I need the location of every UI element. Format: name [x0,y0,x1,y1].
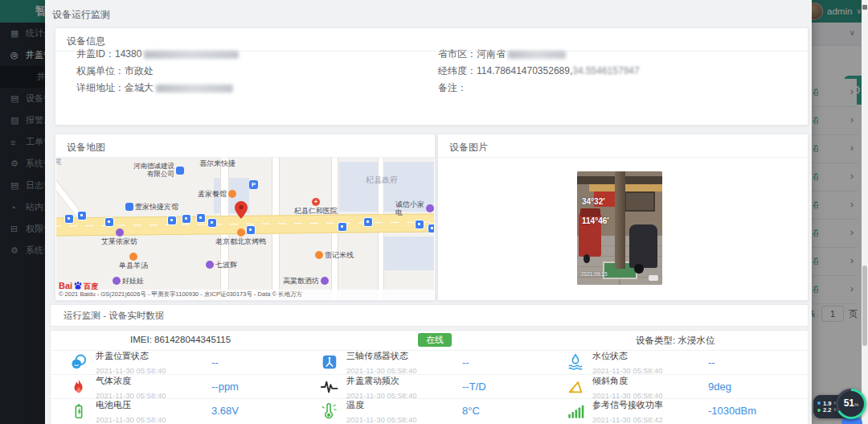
info-field: 经纬度：114.78641470352689,34.5546157947 [438,63,640,80]
photo-door [624,191,655,212]
map-building-block [384,237,434,270]
usage-percent-value: 51 [844,398,854,408]
download-speed-value: 2.2 [823,407,831,414]
metric-vibration: 井盖震动频次2021-11-30 05:58:40 --T/D [311,374,560,398]
device-photo-title: 设备图片 [449,141,488,154]
metric-name: 温度 [346,400,364,410]
field-label: 权属单位： [76,65,125,76]
download-dot-icon [817,409,821,412]
field-value: 河南省 [477,48,506,60]
upload-speed-value: 1.9 [823,401,831,407]
poi-label: 单县羊汤 [119,261,148,270]
map-poi: 喜尔来快捷 [199,159,235,167]
metric-value: --T/D [462,381,534,393]
device-photo[interactable]: 34°32′ 114°46′ 2021.09.15 [577,171,662,285]
map-poi: 好娃娃 [113,277,144,285]
device-photo-card: 设备图片 34°32′ 114°46′ 2021.09.15 [437,134,809,301]
usage-percent-unit: % [854,402,858,407]
screen: 智 admin ∨ ▦ 统计分析 ◎ 井盖管理 井盖 ▤ [0,0,868,424]
poi-label: 高粱散酒坊 [283,277,319,285]
poi-label: 好娃娃 [122,277,144,285]
photo-camera-logo [649,275,658,281]
scrollbar-thumb[interactable] [862,266,867,346]
poi-label: 尾 [56,158,62,166]
map-canvas[interactable]: 尾 河南德诚建设 有限公司 喜尔来快捷 [56,158,434,299]
field-label: 详细地址： [76,82,125,93]
map-poi: 单县羊汤 [119,253,148,270]
map-poi: 杞县政府 [366,175,398,185]
metric-time: 2021-11-30 05:58:40 [96,415,166,424]
metrics-grid: 井盖位置状态2021-11-30 05:58:40 -- 三轴传感器状态2021… [51,350,808,422]
field-value: 金城大 [125,82,154,93]
poi-label: 艾莱依家纺 [101,237,137,245]
device-map-title: 设备地图 [67,141,105,154]
bus-stop-marker [104,217,114,227]
signal-bars-icon [567,402,584,420]
map-poi: + 杞县仁和医院 [294,198,338,215]
photo-sign [589,184,662,191]
divider [438,157,808,158]
temperature-icon [321,402,338,420]
dialog-title: 设备运行监测 [52,8,110,22]
poi-marker-icon [426,204,434,212]
map-poi: P [249,180,260,189]
metric-value: -- [462,356,534,368]
metric-value: 9deg [708,381,780,393]
map-poi: 七波辉 [206,261,237,269]
tilt-angle-icon [567,378,584,396]
bus-stop-marker [207,218,217,228]
status-badge: 在线 [418,333,452,347]
map-poi: 雷记米线 [315,251,354,259]
metric-name: 井盖震动频次 [346,376,399,385]
scrollbar-arrow[interactable] [862,5,867,10]
metric-name: 电池电压 [96,400,131,410]
metric-value: 3.68V [211,405,284,417]
bus-stop-marker [415,220,424,229]
poi-marker-icon [176,167,184,175]
field-label: 井盖ID： [76,48,115,60]
poi-marker-icon: P [249,180,258,189]
poi-label: 孟家餐馆 [198,190,227,198]
device-info-card: 设备信息 井盖ID：14380 权属单位：市政处 详细地址：金城大 [55,27,809,126]
poi-marker-icon [315,251,323,259]
metric-signal-power: 参考信号接收功率2021-11-30 05:58:42 -1030dBm [560,398,808,422]
map-poi: 诚信小家电 [395,200,434,217]
metric-name: 井盖位置状态 [96,351,149,360]
metric-name: 气体浓度 [96,376,131,385]
metric-value: -- [708,356,780,368]
poi-marker-icon [206,261,214,269]
info-field: 详细地址：金城大 [76,80,239,97]
poi-marker-icon [228,190,236,198]
map-poi: 艾莱依家纺 [101,228,137,245]
poi-label: 杞县仁和医院 [294,207,338,215]
metric-value: 8°C [462,405,534,417]
photo-date-watermark: 2021.09.15 [581,271,608,277]
poi-label: 诚信小家电 [395,200,424,217]
poi-label: 老京都北京烤鸭 [215,237,266,245]
metric-tilt: 倾斜角度2021-11-30 05:58:40 9deg [560,374,808,398]
battery-icon [70,402,88,420]
imei-value: IMEI: 861428044345115 [130,335,231,344]
field-value: 114.78641470352689, [477,65,572,76]
metric-value: --ppm [211,381,284,393]
device-location-pin-icon [235,201,248,222]
bus-stop-marker [167,216,177,225]
field-label: 省市区： [438,48,477,60]
photo-tree-trunk [615,171,626,269]
map-poi: 河南德诚建设 有限公司 [133,163,184,179]
page-scrollbar[interactable] [862,0,868,424]
poi-marker-icon [321,277,329,285]
bus-stop-marker [196,213,206,223]
poi-marker-icon [125,203,133,211]
metric-battery: 电池电压2021-11-30 05:58:40 3.68V [51,398,311,422]
metric-name: 水位状态 [592,351,628,360]
info-field: 备注： [438,80,640,97]
device-map-card: 设备地图 [55,134,436,301]
axis-sensor-icon [321,353,338,371]
poi-label: 杞县政府 [366,175,398,185]
usage-percent-widget[interactable]: 51 % [836,389,866,419]
metric-name: 三轴传感器状态 [346,351,408,360]
realtime-data-panel: IMEI: 861428044345115 在线 设备类型: 水浸水位 井盖位置… [50,330,809,424]
blurred-text: 34.5546157947 [572,65,639,76]
poi-label: 七波辉 [215,261,237,269]
